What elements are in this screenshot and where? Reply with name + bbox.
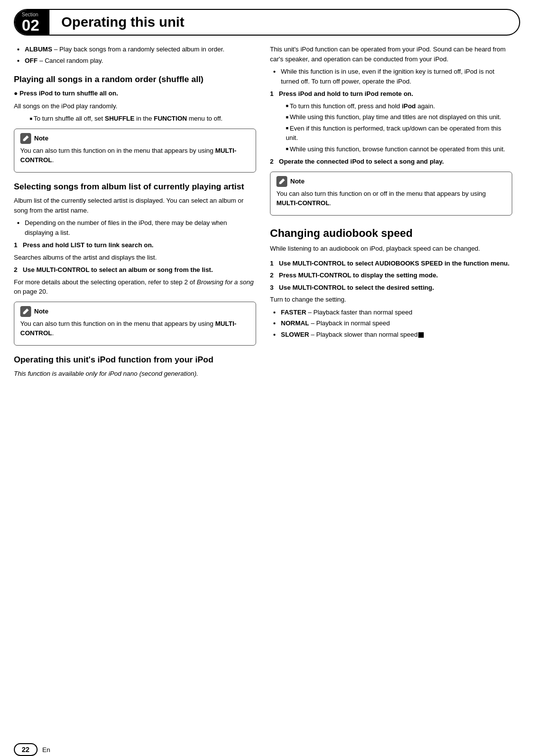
list-item: OFF – Cancel random play. [25, 56, 256, 66]
item-text: – Play back songs from a randomly select… [54, 45, 224, 53]
list-item: Depending on the number of files in the … [25, 218, 256, 237]
section1-heading: Playing all songs in a random order (shu… [14, 74, 256, 85]
note-header: Note [276, 176, 506, 187]
page-number: 22 [14, 743, 38, 756]
section1-step1-body: All songs on the iPod play randomly. [14, 101, 256, 111]
footer-lang: En [43, 746, 50, 754]
step-num: 2 Press MULTI-CONTROL to display the set… [270, 271, 438, 279]
note-text-2: You can also turn this function on in th… [20, 319, 250, 338]
section2-step1-body: Searches albums of the artist and displa… [14, 253, 256, 263]
intro-bullet-list: ALBUMS – Play back songs from a randomly… [14, 44, 256, 65]
step-num: 2 Operate the connected iPod to select a… [270, 158, 444, 165]
item-label: OFF [25, 57, 38, 64]
note-label: Note [290, 178, 305, 185]
ipod-bullets: While this function is in use, even if t… [270, 67, 512, 86]
section2-body1: Album list of the currently selected art… [14, 196, 256, 215]
note-icon [20, 133, 31, 144]
section1-step1-bullet: ● Press iPod to turn shuffle all on. [14, 89, 256, 98]
section3-heading: Operating this unit's iPod function from… [14, 355, 256, 365]
note-text-3: You can also turn this function on or of… [276, 189, 506, 208]
note-box-2: Note You can also turn this function on … [14, 302, 256, 346]
list-item: Even if this function is performed, trac… [286, 124, 512, 143]
step-num: 2 Use MULTI-CONTROL to select an album o… [14, 266, 213, 273]
page-footer: 22 En [14, 743, 50, 756]
section2-step1: 1 Press and hold LIST to turn link searc… [14, 240, 256, 250]
audiobook-heading: Changing audiobook speed [270, 226, 512, 240]
list-item: While using this function, browse functi… [286, 144, 512, 154]
list-item: NORMAL – Playback in normal speed [281, 318, 512, 328]
list-item: While this function is in use, even if t… [281, 67, 512, 86]
audiobook-intro: While listening to an audiobook on iPod,… [270, 244, 512, 254]
list-item: While using this function, play time and… [286, 112, 512, 122]
section2-step2: 2 Use MULTI-CONTROL to select an album o… [14, 265, 256, 275]
section1-sub-bullets: To turn shuffle all off, set SHUFFLE in … [23, 114, 256, 124]
step-num: 1 Press iPod and hold to turn iPod remot… [270, 90, 413, 97]
audiobook-step1: 1 Use MULTI-CONTROL to select AUDIOBOOKS… [270, 259, 512, 268]
page: Section 02 Operating this unit ALBUMS – … [0, 9, 534, 756]
audiobook-step3-body: Turn to change the setting. [270, 295, 512, 305]
left-column: ALBUMS – Play back songs from a randomly… [14, 44, 256, 381]
pencil-icon [22, 308, 29, 315]
section2-step2-body: For more details about the selecting ope… [14, 277, 256, 297]
list-item: To turn shuffle all off, set SHUFFLE in … [30, 114, 256, 124]
ipod-intro: This unit's iPod function can be operate… [270, 44, 512, 64]
note-header: Note [20, 133, 250, 144]
item-label: ALBUMS [25, 45, 52, 53]
list-item: SLOWER – Playback slower than normal spe… [281, 330, 512, 340]
note-box-1: Note You can also turn this function on … [14, 129, 256, 173]
audiobook-speed-list: FASTER – Playback faster than normal spe… [270, 308, 512, 340]
main-content: ALBUMS – Play back songs from a randomly… [0, 36, 534, 391]
pencil-icon [22, 135, 29, 142]
section2-bullet-list: Depending on the number of files in the … [14, 218, 256, 237]
list-item: ALBUMS – Play back songs from a randomly… [25, 44, 256, 54]
step-num: 3 Use MULTI-CONTROL to select the desire… [270, 284, 434, 291]
note-icon [276, 176, 287, 187]
note-icon [20, 306, 31, 317]
item-text: – Cancel random play. [40, 57, 103, 64]
right-column: This unit's iPod function can be operate… [270, 44, 512, 381]
bullet-circle: ● [14, 89, 19, 97]
section3-intro: This function is available only for iPod… [14, 369, 256, 379]
section-block: Section 02 [15, 10, 49, 35]
pencil-icon [278, 178, 285, 185]
section-num: 02 [22, 17, 43, 33]
audiobook-step3: 3 Use MULTI-CONTROL to select the desire… [270, 283, 512, 293]
right-step2-heading: 2 Operate the connected iPod to select a… [270, 157, 512, 167]
right-step1-sub: To turn this function off, press and hol… [279, 101, 512, 154]
right-step1-heading: 1 Press iPod and hold to turn iPod remot… [270, 89, 512, 99]
section2-heading: Selecting songs from album list of curre… [14, 181, 256, 192]
note-header: Note [20, 306, 250, 317]
list-item: To turn this function off, press and hol… [286, 101, 512, 111]
page-title: Operating this unit [49, 10, 519, 35]
step-num: 1 Use MULTI-CONTROL to select AUDIOBOOKS… [270, 260, 509, 267]
note-text-1: You can also turn this function on in th… [20, 146, 250, 165]
note-box-3: Note You can also turn this function on … [270, 172, 512, 216]
audiobook-step2: 2 Press MULTI-CONTROL to display the set… [270, 270, 512, 280]
page-header: Section 02 Operating this unit [14, 9, 520, 36]
step1-label: Press iPod to turn shuffle all on. [19, 89, 118, 97]
stop-symbol [418, 332, 424, 338]
step-num: 1 Press and hold LIST to turn link searc… [14, 241, 153, 249]
note-label: Note [34, 134, 48, 142]
list-item: FASTER – Playback faster than normal spe… [281, 308, 512, 317]
note-label: Note [34, 308, 48, 315]
